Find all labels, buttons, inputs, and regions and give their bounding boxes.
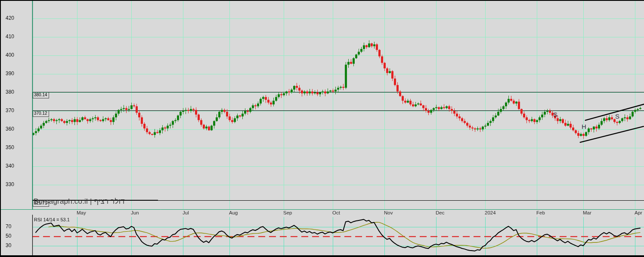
price-chart-canvas[interactable] — [0, 0, 644, 257]
chart-window: 420410400390380370360350340330 380.14370… — [0, 0, 644, 257]
